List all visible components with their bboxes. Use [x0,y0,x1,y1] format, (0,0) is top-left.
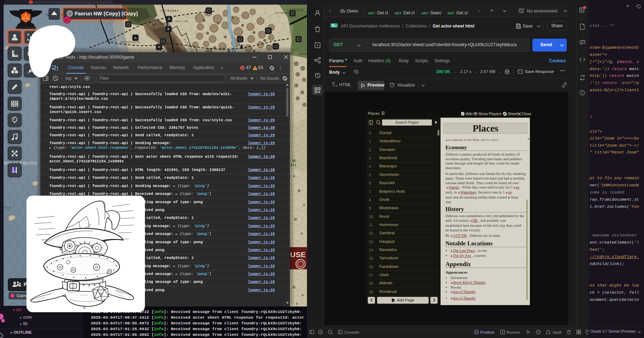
svg-text:20: 20 [99,292,102,295]
svg-text:ACK: ACK [4,206,11,209]
svg-text:RIVERSPIRE: RIVERSPIRE [275,11,292,14]
svg-text:HALLS OF T: HALLS OF T [299,53,307,55]
svg-text:STONE: STONE [234,36,244,39]
svg-text:WHALEBONE: WHALEBONE [4,160,38,166]
svg-text:ELLARD: ELLARD [267,44,280,48]
svg-text:NEVER: NEVER [46,12,65,17]
svg-text:RED LAR: RED LAR [175,20,189,23]
svg-text:THANDALIN: THANDALIN [120,41,140,44]
svg-text:ONTBERRY: ONTBERRY [160,9,180,13]
